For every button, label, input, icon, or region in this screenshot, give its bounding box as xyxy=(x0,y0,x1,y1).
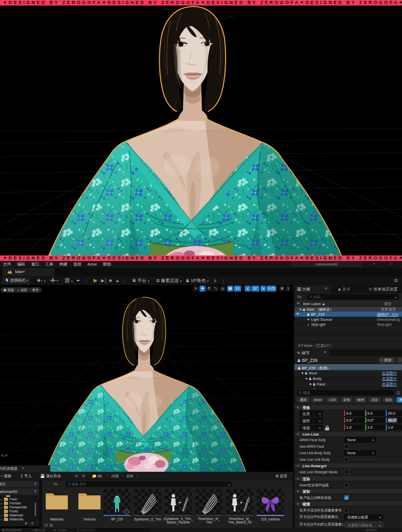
svg-text:+: + xyxy=(178,500,181,505)
svg-text:+: + xyxy=(240,500,243,505)
